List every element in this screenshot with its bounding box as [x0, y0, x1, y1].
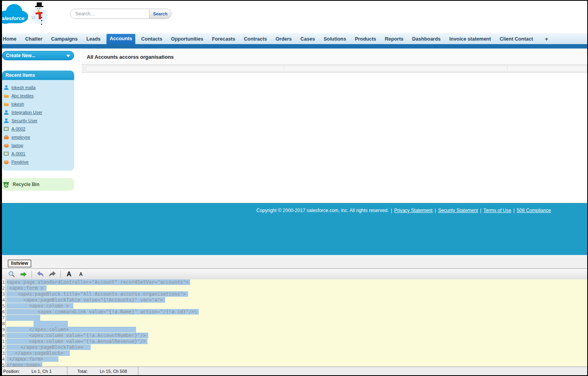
- line-number: 11: [0, 339, 5, 344]
- recent-item-link-lokesh-malla[interactable]: lokesh malla: [11, 85, 35, 90]
- create-new-dropdown[interactable]: Create New...: [2, 51, 74, 60]
- font-decrease-button[interactable]: A: [75, 270, 87, 279]
- total-value: Ln 15, Ch 508: [100, 369, 127, 374]
- tab-invoice-statement[interactable]: Invoice statement: [446, 34, 494, 44]
- recent-item-link-a-0002[interactable]: A-0002: [11, 127, 25, 131]
- code-text: <apex:pageBlockTable value="{!Accounts}"…: [6, 297, 165, 303]
- code-text: </apex:pageBlock>: [6, 350, 70, 356]
- salesforce-logo: salesforce: [0, 1, 28, 29]
- recent-item-link-pendrive[interactable]: Pendrive: [11, 160, 28, 164]
- table-header-cell[interactable]: [284, 66, 508, 71]
- add-tab-button[interactable]: +: [542, 34, 551, 44]
- tab-campaigns[interactable]: Campaigns: [49, 34, 80, 44]
- tab-cases[interactable]: Cases: [298, 34, 318, 44]
- line-number: 14: [0, 356, 5, 362]
- code-line[interactable]: <apex:page standardController="Account" …: [6, 279, 588, 285]
- code-line[interactable]: <apex:pageBlockTable value="{!Accounts}"…: [6, 297, 588, 303]
- snowman-decoration: '17: [31, 1, 48, 26]
- tab-home[interactable]: Home: [0, 34, 19, 44]
- page-footer: Copyright © 2000-2017 salesforce.com, in…: [0, 203, 588, 255]
- code-line[interactable]: <apex:commandLink value="{!a.Name}" acti…: [6, 309, 588, 315]
- user-icon: [4, 118, 9, 123]
- recent-item-laptop: laptop: [2, 141, 74, 149]
- redo-button[interactable]: [46, 270, 58, 279]
- recent-item-link-a-0001[interactable]: A-0001: [11, 151, 25, 156]
- copyright-text: Copyright © 2000-2017 salesforce.com, in…: [256, 208, 389, 213]
- recent-item-lokesh: lokesh: [2, 100, 74, 108]
- tab-products[interactable]: Products: [352, 34, 379, 44]
- footer-link-privacy-statement[interactable]: Privacy Statement: [394, 208, 432, 213]
- tab-reports[interactable]: Reports: [382, 34, 406, 44]
- recent-items-panel: Recent Items lokesh mallaAbc textileslok…: [2, 71, 74, 171]
- search-bar: Search: [70, 9, 172, 19]
- line-number: 3: [0, 291, 5, 297]
- go-button[interactable]: [17, 270, 29, 279]
- code-line[interactable]: </apex:column>: [6, 327, 588, 333]
- table-header-cell[interactable]: [508, 66, 587, 71]
- toolbar-divider: [60, 271, 61, 278]
- tab-chatter[interactable]: Chatter: [22, 34, 45, 44]
- invoice-icon: [4, 151, 9, 156]
- search-button[interactable]: Search: [149, 9, 171, 19]
- recent-item-integration-user: Integration User: [2, 108, 74, 116]
- search-input[interactable]: [71, 9, 149, 19]
- code-editor[interactable]: 123456789101112131415 <apex:page standar…: [0, 279, 588, 367]
- search-button[interactable]: [6, 270, 17, 279]
- tab-contacts[interactable]: Contacts: [138, 34, 165, 44]
- code-line[interactable]: <apex:column value="{!a.AnnualRevenue}"/…: [6, 339, 588, 344]
- code-line[interactable]: <apex:form >: [6, 285, 588, 291]
- code-text: </apex:column>: [6, 327, 136, 332]
- code-line[interactable]: </apex:pageBlock>: [6, 350, 588, 356]
- code-line[interactable]: <apex:pageBlock title="All Accounts acco…: [6, 291, 588, 297]
- tab-solutions[interactable]: Solutions: [321, 34, 349, 44]
- code-text: <apex:column value="{!a.AccountNumber}"/…: [6, 333, 148, 338]
- undo-button[interactable]: [34, 270, 46, 279]
- table-header-cell[interactable]: [86, 66, 284, 71]
- tab-contracts[interactable]: Contracts: [241, 34, 269, 44]
- page-title: All Accounts accorss organisations: [87, 54, 174, 60]
- editor-tab-listview[interactable]: listview: [8, 260, 31, 267]
- code-line[interactable]: </apex:form>: [6, 356, 588, 362]
- recent-item-link-laptop[interactable]: laptop: [11, 143, 23, 148]
- tab-accounts[interactable]: Accounts: [106, 34, 135, 44]
- tab-forecasts[interactable]: Forecasts: [209, 34, 238, 44]
- code-line[interactable]: </apex:page>: [6, 362, 588, 367]
- line-number: 5: [0, 303, 5, 309]
- code-lines[interactable]: <apex:page standardController="Account" …: [6, 279, 588, 367]
- tab-client-contact[interactable]: Client Contact: [497, 34, 536, 44]
- code-line[interactable]: <apex:column value="{!a.AccountNumber}"/…: [6, 333, 588, 339]
- tab-opportunities[interactable]: Opportunities: [168, 34, 206, 44]
- product-icon: [4, 159, 9, 165]
- code-text: <apex:column value="{!a.AnnualRevenue}"/…: [6, 339, 147, 344]
- editor-toolbar: AA: [0, 268, 588, 279]
- line-number: 6: [0, 309, 5, 315]
- font-increase-icon: A: [67, 270, 71, 278]
- footer-link-terms-of-use[interactable]: Terms of Use: [483, 208, 511, 213]
- font-increase-button[interactable]: A: [63, 270, 75, 279]
- code-line[interactable]: </apex:pageBlockTable>: [6, 344, 588, 350]
- code-text: </apex:pageBlockTable>: [6, 344, 91, 350]
- recycle-bin-button[interactable]: Recycle Bin: [2, 178, 74, 191]
- toolbar-divider: [32, 271, 32, 278]
- recent-items-title: Recent Items: [2, 71, 74, 80]
- recent-item-link-security-user[interactable]: Security User: [11, 118, 37, 123]
- undo-arrow-icon: [36, 271, 45, 277]
- code-line[interactable]: <apex:column >: [6, 303, 588, 309]
- recent-item-employee: employee: [2, 133, 74, 141]
- footer-link-508-compliance[interactable]: 508 Compliance: [517, 208, 551, 213]
- code-line[interactable]: [6, 321, 588, 327]
- invoice-icon: [4, 126, 9, 132]
- tab-dashboards[interactable]: Dashboards: [409, 34, 443, 44]
- line-number: 7: [0, 315, 5, 321]
- line-number: 15: [0, 362, 5, 367]
- total-label: Total:: [77, 369, 88, 374]
- recent-item-link-integration-user[interactable]: Integration User: [11, 110, 42, 115]
- tab-leads[interactable]: Leads: [84, 34, 103, 44]
- recent-item-link-employee[interactable]: employee: [11, 135, 30, 140]
- recent-item-link-abc-textiles[interactable]: Abc textiles: [11, 93, 34, 98]
- magnifier-icon: [8, 270, 15, 278]
- code-line[interactable]: [6, 315, 588, 321]
- footer-link-security-statement[interactable]: Security Statement: [438, 208, 478, 213]
- recent-item-link-lokesh[interactable]: lokesh: [11, 102, 24, 106]
- tab-orders[interactable]: Orders: [273, 34, 295, 44]
